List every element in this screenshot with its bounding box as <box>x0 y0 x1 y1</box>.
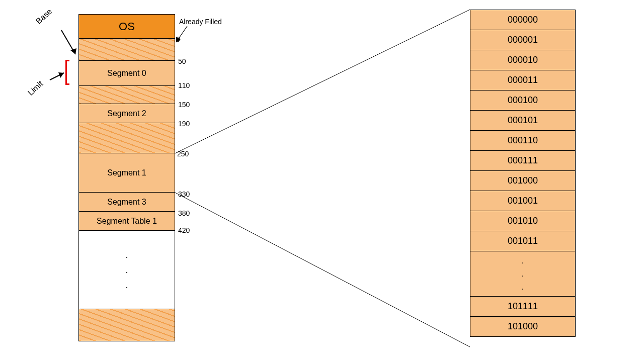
svg-marker-3 <box>58 72 64 78</box>
os-row: OS <box>79 15 175 39</box>
segment-0: Segment 0 <box>79 61 175 86</box>
filled-gap-3 <box>79 123 175 153</box>
bin-row-4: 000100 <box>470 90 575 111</box>
bin-row-2: 000010 <box>470 50 575 70</box>
addr-250: 250 <box>177 150 189 158</box>
segment-table-1: Segment Table 1 <box>79 212 175 231</box>
bin-row-7: 000111 <box>470 151 575 171</box>
segment-2: Segment 2 <box>79 104 175 123</box>
addr-150: 150 <box>178 101 190 109</box>
addr-380: 380 <box>178 209 190 217</box>
segment-1: Segment 1 <box>79 153 175 193</box>
svg-line-6 <box>175 10 470 153</box>
filled-gap-1 <box>79 39 175 61</box>
addr-50: 50 <box>178 57 186 65</box>
memory-column: OS Segment 0 Segment 2 Segment 1 Segment… <box>78 14 175 341</box>
bin-row-5: 000101 <box>470 111 575 131</box>
addr-420: 420 <box>178 226 190 234</box>
bin-row-6: 000110 <box>470 131 575 151</box>
limit-label: Limit <box>26 79 45 98</box>
addr-190: 190 <box>178 120 190 128</box>
limit-bracket <box>65 60 69 85</box>
svg-line-7 <box>175 193 470 347</box>
bin-row-3: 000011 <box>470 70 575 90</box>
filled-bottom <box>79 309 175 341</box>
bin-row-1: 000001 <box>470 30 575 50</box>
bin-row-11: 001011 <box>470 231 575 251</box>
addr-110: 110 <box>178 81 190 89</box>
binary-ellipsis: . . . <box>470 251 575 297</box>
svg-line-2 <box>50 73 64 80</box>
bin-row-0: 000000 <box>470 10 575 30</box>
already-filled-label: Already Filled <box>179 18 222 26</box>
bin-row-12: 101111 <box>470 297 575 317</box>
bin-row-8: 001000 <box>470 171 575 191</box>
addr-0: 0 <box>176 35 180 43</box>
base-label: Base <box>34 7 54 26</box>
svg-line-0 <box>61 30 75 54</box>
memory-ellipsis: . . . <box>79 231 175 309</box>
svg-marker-1 <box>70 48 76 54</box>
bin-row-10: 001010 <box>470 211 575 231</box>
binary-column: 000000 000001 000010 000011 000100 00010… <box>470 10 576 337</box>
bin-row-13: 101000 <box>470 317 575 337</box>
segment-3: Segment 3 <box>79 193 175 212</box>
filled-gap-2 <box>79 86 175 104</box>
bin-row-9: 001001 <box>470 191 575 211</box>
addr-330: 330 <box>178 190 190 198</box>
